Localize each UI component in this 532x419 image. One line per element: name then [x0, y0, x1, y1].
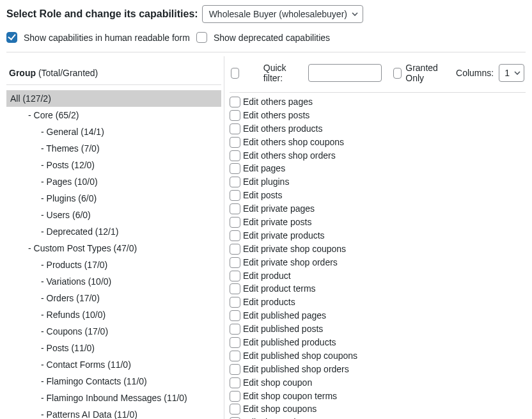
capability-label: Edit published posts: [243, 323, 323, 335]
group-tree-item[interactable]: - Flamingo Contacts (11/0): [6, 373, 221, 390]
capability-row: Edit published pages: [230, 309, 526, 322]
capability-row: Edit product terms: [230, 282, 526, 296]
capability-checkbox[interactable]: [230, 271, 240, 281]
capability-checkbox[interactable]: [230, 283, 240, 294]
group-tree-item[interactable]: - General (14/1): [6, 123, 221, 140]
capability-label: Edit product terms: [243, 283, 316, 295]
capability-row: Edit private shop coupons: [230, 242, 526, 256]
capability-label: Edit product: [243, 270, 291, 282]
group-tree-item[interactable]: - Plugins (6/0): [6, 190, 221, 207]
capability-row: Edit published shop coupons: [230, 349, 526, 363]
capability-label: Edit published products: [243, 336, 336, 349]
capability-checkbox[interactable]: [230, 364, 240, 375]
deprecated-checkbox[interactable]: [196, 32, 207, 43]
group-tree-item[interactable]: - Posts (11/0): [6, 340, 221, 356]
group-tree-item[interactable]: - Orders (17/0): [6, 290, 221, 306]
group-tree-item[interactable]: - Refunds (10/0): [6, 306, 221, 323]
capability-checkbox[interactable]: [230, 230, 240, 241]
capability-label: Edit plugins: [243, 176, 289, 188]
capability-checkbox[interactable]: [230, 177, 240, 187]
group-tree-item[interactable]: - Pages (10/0): [6, 173, 221, 190]
capability-row: Edit shop coupons: [230, 402, 526, 416]
group-tree-item[interactable]: - Users (6/0): [6, 207, 221, 223]
capability-checkbox[interactable]: [230, 257, 240, 268]
capability-row: Edit others pages: [230, 95, 526, 109]
capability-row: Edit shop order: [230, 416, 526, 419]
granted-only-checkbox[interactable]: [393, 68, 402, 79]
capability-label: Edit shop coupon: [243, 377, 312, 389]
capability-checkbox[interactable]: [230, 123, 240, 134]
capability-row: Edit others shop orders: [230, 149, 526, 162]
group-tree-pane: Group (Total/Granted) All (127/2)- Core …: [6, 56, 224, 419]
group-tree-item[interactable]: All (127/2): [6, 90, 221, 107]
capability-checkbox[interactable]: [230, 244, 240, 255]
capability-checkbox[interactable]: [230, 351, 240, 361]
capability-label: Edit others posts: [243, 109, 309, 122]
capability-checkbox[interactable]: [230, 297, 240, 308]
capability-checkbox[interactable]: [230, 203, 240, 214]
capability-label: Edit others pages: [243, 96, 313, 108]
capability-label: Edit private shop coupons: [243, 243, 346, 255]
capability-row: Edit others shop coupons: [230, 136, 526, 149]
capability-row: Edit published posts: [230, 322, 526, 336]
capability-checkbox[interactable]: [230, 97, 240, 107]
capability-checkbox[interactable]: [230, 404, 240, 415]
group-tree-item[interactable]: - Patterns AI Data (11/0): [6, 406, 221, 419]
human-readable-label: Show capabilities in human readable form: [24, 33, 190, 43]
capability-label: Edit shop coupon terms: [243, 390, 337, 402]
role-select[interactable]: Wholesale Buyer (wholesalebuyer): [202, 5, 363, 23]
capability-row: Edit private pages: [230, 202, 526, 216]
group-tree-item[interactable]: - Posts (12/0): [6, 157, 221, 173]
capability-checkbox[interactable]: [230, 324, 240, 335]
capability-row: Edit others posts: [230, 109, 526, 122]
deprecated-label: Show deprecated capabilities: [214, 33, 330, 43]
capability-checkbox[interactable]: [230, 190, 240, 201]
granted-only-label: Granted Only: [405, 63, 444, 83]
quick-filter-input[interactable]: [308, 64, 382, 82]
group-tree-item[interactable]: - Coupons (17/0): [6, 323, 221, 340]
capability-label: Edit others products: [243, 123, 323, 135]
role-select-value: Wholesale Buyer (wholesalebuyer): [209, 9, 347, 19]
capability-label: Edit products: [243, 296, 295, 308]
capability-label: Edit posts: [243, 189, 282, 202]
group-tree-item[interactable]: - Core (65/2): [6, 107, 221, 123]
group-tree-item[interactable]: - Custom Post Types (47/0): [6, 240, 221, 257]
select-role-label: Select Role and change its capabilities:: [6, 8, 198, 20]
capability-row: Edit private posts: [230, 216, 526, 229]
capability-label: Edit shop order: [243, 416, 304, 419]
capability-checkbox[interactable]: [230, 391, 240, 402]
group-title: Group: [9, 68, 36, 78]
capability-checkbox[interactable]: [230, 310, 240, 321]
capability-checkbox[interactable]: [230, 163, 240, 174]
capability-checkbox[interactable]: [230, 337, 240, 348]
capability-checkbox[interactable]: [230, 137, 240, 148]
select-all-checkbox[interactable]: [231, 68, 239, 79]
group-tree-item[interactable]: - Deprecated (12/1): [6, 223, 221, 240]
group-tree-item[interactable]: - Variations (10/0): [6, 273, 221, 290]
capability-checkbox[interactable]: [230, 217, 240, 228]
group-header: Group (Total/Granted): [6, 56, 221, 85]
human-readable-checkbox[interactable]: [6, 32, 17, 43]
capability-label: Edit others shop orders: [243, 150, 336, 162]
group-tree-item[interactable]: - Products (17/0): [6, 257, 221, 273]
capability-row: Edit private products: [230, 229, 526, 242]
chevron-down-icon: [513, 69, 521, 77]
capability-label: Edit pages: [243, 162, 285, 175]
capability-checkbox[interactable]: [230, 150, 240, 161]
group-tree-item[interactable]: - Contact Forms (11/0): [6, 356, 221, 373]
capability-row: Edit products: [230, 296, 526, 309]
capability-checkbox[interactable]: [230, 110, 240, 121]
capabilities-pane: Quick filter: Granted Only Columns: 1 Ed…: [224, 56, 526, 419]
group-tree-item[interactable]: - Flamingo Inbound Messages (11/0): [6, 390, 221, 406]
columns-select[interactable]: 1: [499, 64, 524, 82]
capability-row: Edit private shop orders: [230, 256, 526, 269]
capability-label: Edit private products: [243, 230, 325, 242]
capability-row: Edit pages: [230, 162, 526, 175]
capability-label: Edit private pages: [243, 203, 315, 215]
capability-label: Edit private posts: [243, 216, 311, 228]
capability-label: Edit others shop coupons: [243, 136, 344, 148]
chevron-down-icon: [351, 10, 359, 18]
group-tree-item[interactable]: - Themes (7/0): [6, 140, 221, 157]
group-paren: (Total/Granted): [38, 68, 98, 78]
capability-checkbox[interactable]: [230, 377, 240, 388]
